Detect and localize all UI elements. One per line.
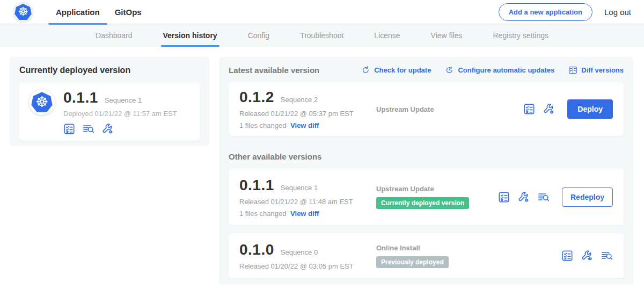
deployed-sequence-label: Sequence 1 <box>105 96 142 104</box>
version-number: 0.1.1 <box>239 177 274 194</box>
latest-available-title: Latest available version <box>229 66 319 75</box>
deploy-logs-icon[interactable] <box>601 250 613 262</box>
files-changed-label: 1 files changed <box>239 121 286 129</box>
preflight-checks-icon[interactable] <box>498 191 510 203</box>
tab-application[interactable]: Application <box>48 0 107 24</box>
deployed-timestamp: Deployed 01/21/22 @ 11:57 am EST <box>63 110 177 118</box>
deployed-version-card: ☸ 0.1.1 Sequence 1 Deployed 01/21/22 @ 1… <box>19 83 200 141</box>
sequence-label: Sequence 1 <box>281 184 318 192</box>
subnav-tab-config[interactable]: Config <box>248 24 269 47</box>
tab-gitops[interactable]: GitOps <box>107 0 149 24</box>
files-changed-label: 1 files changed <box>239 210 286 218</box>
preflight-checks-icon[interactable] <box>523 103 535 115</box>
refresh-icon <box>361 66 370 75</box>
subnav-tab-troubleshoot[interactable]: Troubleshoot <box>300 24 343 47</box>
deploy-button[interactable]: Deploy <box>567 99 613 119</box>
version-card-0-1-1: 0.1.1 Sequence 1 Released 01/21/22 @ 11:… <box>229 169 624 225</box>
sequence-label: Sequence 0 <box>281 248 318 256</box>
currently-deployed-panel: Currently deployed version ☸ 0.1.1 Seque… <box>10 57 209 146</box>
currently-deployed-badge: Currently deployed version <box>376 197 469 209</box>
version-number: 0.1.0 <box>239 241 274 258</box>
edit-config-icon[interactable] <box>543 103 555 115</box>
sequence-label: Sequence 2 <box>281 96 318 104</box>
released-timestamp: Released 01/20/22 @ 03:05 pm EST <box>239 262 376 270</box>
subnav-tab-dashboard[interactable]: Dashboard <box>96 24 133 47</box>
kubernetes-helm-icon: ☸ <box>31 92 53 113</box>
deploy-logs-icon[interactable] <box>83 123 94 135</box>
redeploy-button[interactable]: Redeploy <box>562 187 613 207</box>
subnav-tab-license[interactable]: License <box>374 24 400 47</box>
preflight-checks-icon[interactable] <box>63 123 75 135</box>
deployed-version-number: 0.1.1 <box>63 89 98 106</box>
view-config-icon[interactable] <box>102 123 114 135</box>
diff-icon <box>568 66 577 75</box>
available-versions-panel: Latest available version Check for updat… <box>219 57 633 285</box>
view-config-icon[interactable] <box>581 250 593 262</box>
version-card-0-1-2: 0.1.2 Sequence 2 Released 01/21/22 @ 05:… <box>229 82 624 136</box>
kubernetes-logo: ☸ <box>13 2 33 22</box>
diff-versions-link[interactable]: Diff versions <box>568 66 624 75</box>
other-versions-title: Other available versions <box>229 152 624 161</box>
version-source-label: Online Install <box>376 244 561 252</box>
subnav-tab-registry-settings[interactable]: Registry settings <box>493 24 548 47</box>
view-diff-link[interactable]: View diff <box>290 210 319 218</box>
app-logo: ☸ <box>29 89 55 115</box>
deploy-logs-icon[interactable] <box>538 191 550 203</box>
kubernetes-helm-icon: ☸ <box>14 4 32 20</box>
preflight-checks-icon[interactable] <box>561 250 573 262</box>
configure-automatic-updates-link[interactable]: Configure automatic updates <box>445 66 554 75</box>
top-nav: ☸ Application GitOps Add a new applicati… <box>0 0 644 24</box>
add-application-button[interactable]: Add a new application <box>499 3 592 21</box>
previously-deployed-badge: Previously deployed <box>376 256 449 268</box>
logout-button[interactable]: Log out <box>604 8 631 17</box>
version-source-label: Upstream Update <box>376 105 523 113</box>
subnav-tab-view-files[interactable]: View files <box>431 24 463 47</box>
app-subnav: Dashboard Version history Config Trouble… <box>0 24 644 47</box>
schedule-icon <box>445 66 454 75</box>
version-card-0-1-0: 0.1.0 Sequence 0 Released 01/20/22 @ 03:… <box>229 233 624 278</box>
version-source-label: Upstream Update <box>376 185 498 193</box>
edit-config-icon[interactable] <box>518 191 530 203</box>
check-for-update-link[interactable]: Check for update <box>361 66 431 75</box>
version-number: 0.1.2 <box>239 89 274 106</box>
diff-versions-label: Diff versions <box>581 66 624 74</box>
currently-deployed-title: Currently deployed version <box>19 66 200 75</box>
subnav-tab-version-history[interactable]: Version history <box>163 24 217 47</box>
released-timestamp: Released 01/21/22 @ 11:48 am EST <box>239 198 376 206</box>
check-for-update-label: Check for update <box>374 66 431 74</box>
configure-automatic-updates-label: Configure automatic updates <box>458 66 554 74</box>
released-timestamp: Released 01/21/22 @ 05:37 pm EST <box>239 110 376 118</box>
view-diff-link[interactable]: View diff <box>290 121 319 129</box>
